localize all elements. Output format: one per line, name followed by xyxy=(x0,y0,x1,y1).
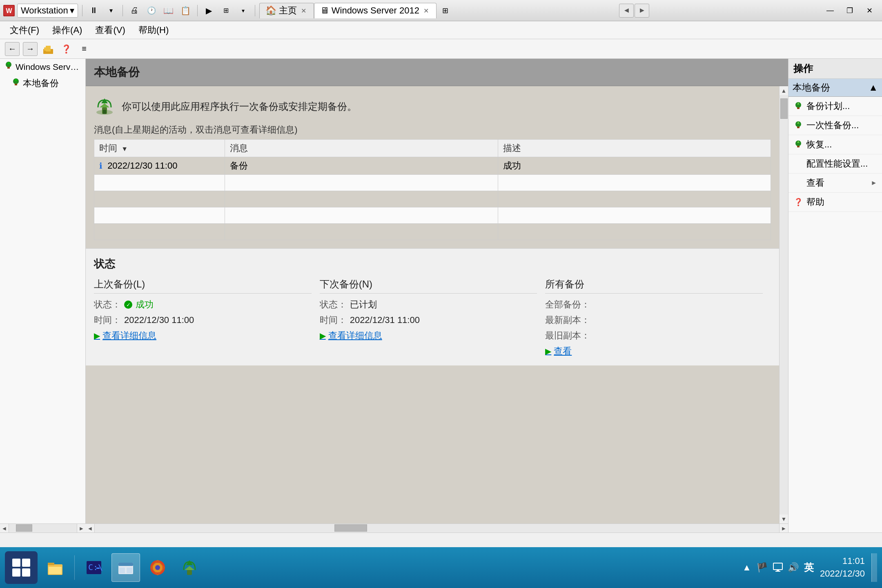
desc-header-label: 描述 xyxy=(503,143,521,153)
main-content-row: Windows Server Backup 本地备份 ◄ xyxy=(0,59,882,532)
section-collapse-icon[interactable]: ▲ xyxy=(869,82,878,93)
toolbar-separator-2 xyxy=(122,5,123,16)
taskbar-backup[interactable] xyxy=(175,553,204,582)
page-forward-btn[interactable]: ► xyxy=(635,4,649,18)
right-panel-item-perf[interactable]: 配置性能设置... xyxy=(788,154,882,174)
last-backup-details-link[interactable]: ▶ 查看详细信息 xyxy=(94,330,312,342)
svg-rect-27 xyxy=(49,567,62,574)
menu-view[interactable]: 查看(V) xyxy=(90,22,130,38)
sidebar-horiz-scrollbar: ◄ ► xyxy=(0,523,86,532)
right-panel-header: 操作 xyxy=(788,59,882,79)
right-panel-section: 本地备份 ▲ xyxy=(788,79,882,97)
svg-rect-33 xyxy=(119,568,125,573)
tab-home[interactable]: 🏠 主页 ✕ xyxy=(259,3,314,18)
right-panel-item-schedule[interactable]: 备份计划... xyxy=(788,97,882,116)
scroll-left-btn[interactable]: ◄ xyxy=(86,524,95,532)
window-controls: — ❐ ✕ xyxy=(821,3,879,18)
latest-copy-row: 最新副本： xyxy=(545,314,763,326)
view-dropdown-btn[interactable]: ▾ xyxy=(236,4,251,18)
console-btn[interactable]: ▶ xyxy=(202,4,216,18)
sidebar-item-local-backup[interactable]: 本地备份 xyxy=(0,75,85,92)
right-panel-item-restore[interactable]: 恢复... xyxy=(788,135,882,154)
main-pane: 本地备份 xyxy=(86,59,788,532)
scroll-right-btn[interactable]: ► xyxy=(779,524,788,532)
next-backup-status-row: 状态： 已计划 xyxy=(320,298,537,311)
last-status-value: 成功 xyxy=(136,298,154,311)
settings-btn[interactable]: 📋 xyxy=(178,4,193,18)
svg-rect-42 xyxy=(777,570,779,571)
tab-home-close[interactable]: ✕ xyxy=(299,6,308,16)
sidebar-local-backup-label: 本地备份 xyxy=(23,77,59,89)
success-check-icon xyxy=(124,301,132,309)
tab-home-label: 主页 xyxy=(279,4,297,17)
help-btn2[interactable]: 📖 xyxy=(161,4,176,18)
table-cell-message: 备份 xyxy=(225,157,498,175)
nav-list-btn[interactable]: ≡ xyxy=(77,42,91,56)
right-panel-item-view[interactable]: 查看 ► xyxy=(788,174,882,193)
taskbar-browser[interactable] xyxy=(143,553,172,582)
tray-ime-icon[interactable]: 英 xyxy=(803,561,815,574)
right-panel: 操作 本地备份 ▲ 备份计划... xyxy=(788,59,882,532)
menu-action[interactable]: 操作(A) xyxy=(47,22,87,38)
history-button[interactable]: 🕐 xyxy=(144,4,159,18)
view-btn[interactable]: ⊞ xyxy=(219,4,234,18)
taskbar-app-active[interactable] xyxy=(111,553,140,582)
tab-server-close[interactable]: ✕ xyxy=(422,6,430,16)
browser-icon xyxy=(147,557,168,578)
scroll-up-btn[interactable]: ▲ xyxy=(780,86,788,95)
taskbar-file-manager[interactable] xyxy=(41,553,69,582)
right-panel-item-help[interactable]: ❓ 帮助 xyxy=(788,193,882,212)
tray-flag-icon[interactable]: 🏴 xyxy=(756,561,768,574)
table-row[interactable]: ℹ 2022/12/30 11:00 备份 成功 xyxy=(94,157,771,175)
svg-rect-21 xyxy=(797,127,800,128)
taskbar-terminal[interactable]: C:\ xyxy=(80,553,108,582)
clock[interactable]: 11:01 2022/12/30 xyxy=(820,555,865,580)
tab-server[interactable]: 🖥 Windows Server 2012 ✕ xyxy=(314,3,437,18)
last-status-label: 状态： xyxy=(94,298,121,311)
horiz-scroll-thumb xyxy=(334,524,367,532)
sidebar-item-wsb[interactable]: Windows Server Backup xyxy=(0,59,85,75)
nav-back-btn[interactable]: ← xyxy=(5,42,20,56)
nav-help-btn[interactable]: ❓ xyxy=(59,42,74,56)
pause-button[interactable]: ⏸ xyxy=(87,4,101,18)
tray-up-arrow[interactable]: ▲ xyxy=(741,561,753,574)
table-empty-row-4 xyxy=(94,224,771,240)
all-backups-link[interactable]: ▶ 查看 xyxy=(545,345,763,357)
right-panel-section-label: 本地备份 xyxy=(793,81,830,94)
tb-dropdown-btn[interactable]: ▾ xyxy=(104,4,118,18)
svg-rect-18 xyxy=(797,107,800,109)
show-desktop-btn[interactable] xyxy=(871,553,877,582)
table-empty-row-1 xyxy=(94,175,771,191)
tray-volume-icon[interactable]: 🔊 xyxy=(787,561,800,574)
start-cell-1 xyxy=(12,559,20,567)
nav-up-btn[interactable] xyxy=(41,42,56,56)
nav-forward-btn[interactable]: → xyxy=(23,42,38,56)
sidebar-scroll-left[interactable]: ◄ xyxy=(0,524,9,532)
workstation-label: Workstation xyxy=(21,5,68,16)
sidebar-scroll-right[interactable]: ► xyxy=(77,524,86,532)
col-time[interactable]: 时间 ▼ xyxy=(94,140,225,157)
col-message[interactable]: 消息 xyxy=(225,140,498,157)
taskbar-right: ▲ 🏴 🔊 英 11:01 2022/12/30 xyxy=(741,553,877,582)
tray-monitor-icon[interactable] xyxy=(772,561,784,574)
page-back-btn[interactable]: ◄ xyxy=(619,4,634,18)
right-panel-item-once[interactable]: 一次性备份... xyxy=(788,116,882,135)
menu-help[interactable]: 帮助(H) xyxy=(134,22,174,38)
scroll-down-btn[interactable]: ▼ xyxy=(780,514,788,523)
workstation-dropdown[interactable]: Workstation ▾ xyxy=(17,4,78,18)
restore-button[interactable]: ❐ xyxy=(840,3,859,18)
start-button[interactable] xyxy=(5,551,38,584)
messages-table: 时间 ▼ 消息 描述 xyxy=(94,139,771,240)
messages-section: 消息(自上星期起的活动，双击消息可查看详细信息) 时间 ▼ 消息 xyxy=(86,124,779,248)
print-button[interactable]: 🖨 xyxy=(127,4,142,18)
minimize-button[interactable]: — xyxy=(821,3,840,18)
next-backup-details-link[interactable]: ▶ 查看详细信息 xyxy=(320,330,537,342)
toolbar-separator-4 xyxy=(255,5,255,16)
new-tab-btn[interactable]: ⊞ xyxy=(438,4,453,18)
menu-file[interactable]: 文件(F) xyxy=(5,22,44,38)
col-desc[interactable]: 描述 xyxy=(498,140,771,157)
link-arrow-icon: ▶ xyxy=(94,331,100,341)
close-button[interactable]: ✕ xyxy=(860,3,879,18)
sidebar-container: Windows Server Backup 本地备份 ◄ xyxy=(0,59,86,532)
taskbar: C:\ xyxy=(0,547,882,588)
